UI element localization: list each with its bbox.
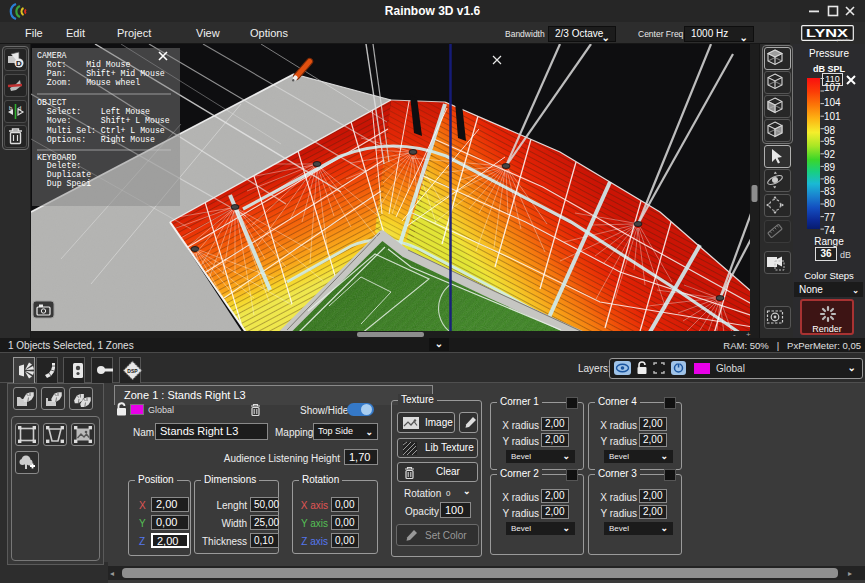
svg-text:CAMERA: CAMERA [37,51,67,60]
svg-text:OBJECT: OBJECT [37,98,67,107]
svg-text:Duplicate: Duplicate [37,170,91,179]
svg-text:d: d [18,105,21,111]
svg-text:-: - [733,330,736,338]
svg-text:Options: Right Mouse: Options: Right Mouse [37,135,155,144]
svg-text:+: + [746,330,751,338]
svg-text:Zoom: Mouse wheel: Zoom: Mouse wheel [37,78,140,87]
svg-text:Pan: Shift+ Mid Mouse: Pan: Shift+ Mid Mouse [37,69,165,78]
svg-text:Global: Global [716,363,745,374]
svg-text:pro audio: pro audio [837,38,850,42]
svg-text:Multi Sel: Ctrl+ L Mouse: Multi Sel: Ctrl+ L Mouse [37,126,165,135]
svg-text:Move: Shift+ L Mouse: Move: Shift+ L Mouse [37,116,170,125]
svg-text:D: D [16,59,22,68]
svg-text:Rot: Mid Mouse: Rot: Mid Mouse [37,60,130,69]
svg-text:Dup Speci: Dup Speci [37,179,91,188]
svg-text:Select: Left Mouse: Select: Left Mouse [37,107,150,116]
svg-text:DSP: DSP [127,368,138,374]
svg-text:Delete:: Delete: [37,161,81,170]
